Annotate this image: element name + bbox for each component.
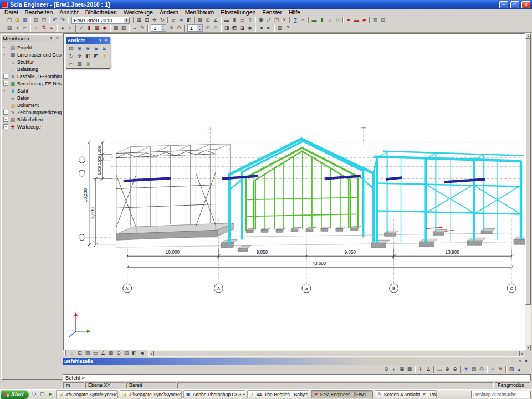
menubaum-panel-header[interactable]: Menübaum ▾ ✕ bbox=[2, 35, 62, 42]
horizontal-scrollbar-thumb[interactable] bbox=[154, 351, 520, 356]
select-mode-icon[interactable]: ▭ bbox=[436, 366, 443, 373]
zoom-extents-icon[interactable]: ⊡ bbox=[76, 350, 84, 357]
expand-plus-icon[interactable]: + bbox=[3, 74, 8, 79]
horizontal-scrollbar[interactable]: ◄ ► bbox=[148, 350, 525, 357]
print-preview-icon[interactable]: ◫ bbox=[40, 17, 48, 24]
quicklaunch-media-icon[interactable]: ► bbox=[47, 391, 54, 398]
vertical-scrollbar[interactable]: ▲ ▼ bbox=[525, 33, 531, 350]
menu-hilfe[interactable]: Hilfe bbox=[285, 9, 304, 16]
visibility-icon[interactable]: ◎ bbox=[478, 366, 485, 373]
save-icon[interactable]: ▦ bbox=[21, 17, 29, 24]
mirror-icon[interactable]: ◫ bbox=[273, 17, 280, 24]
view-y-icon[interactable]: ◩ bbox=[231, 24, 238, 32]
ansicht-rotate-icon[interactable]: ↻ bbox=[67, 52, 75, 60]
taskbar-task-syncre-2[interactable]: ◪ J:\Seagate Sync\SyncRe... bbox=[120, 390, 182, 398]
coord-rel-icon[interactable]: ∠ bbox=[424, 366, 432, 373]
activity-icon[interactable]: ◑ bbox=[13, 24, 21, 32]
load-combo-icon[interactable]: ⇅ bbox=[40, 24, 48, 32]
snap-end-icon[interactable]: ▣ bbox=[398, 366, 406, 373]
ansicht-zoom-all-icon[interactable]: ⊡ bbox=[100, 44, 109, 52]
sidebar-item-belastung[interactable]: ↓ Belastung bbox=[3, 65, 62, 73]
snap-grid-icon[interactable]: ▦ bbox=[406, 366, 413, 373]
snap-mode-cell[interactable]: Fangmodus bbox=[495, 382, 530, 388]
settings-icon[interactable]: ▧ bbox=[276, 24, 284, 32]
sidebar-item-struktur[interactable]: ⌂ Struktur bbox=[3, 58, 62, 65]
graphics-settings-icon[interactable]: ▧ bbox=[84, 350, 91, 357]
help-icon[interactable]: ? bbox=[284, 24, 291, 32]
ok-icon[interactable]: ✓ bbox=[489, 366, 497, 373]
maximize-button[interactable]: □ bbox=[510, 1, 519, 8]
sidebar-item-berechnung[interactable]: + ▩ Berechnung, FE-Netz bbox=[3, 80, 62, 87]
material-icon[interactable]: ▦ bbox=[93, 24, 101, 32]
menu-aendern[interactable]: Ändern bbox=[156, 9, 182, 16]
catalog-icon[interactable]: ▤ bbox=[379, 17, 387, 24]
ansicht-pan-icon[interactable]: ✛ bbox=[75, 52, 84, 60]
expand-icon[interactable]: ▴ bbox=[515, 366, 523, 373]
new-icon[interactable]: ▢ bbox=[6, 17, 13, 24]
menu-bearbeiten[interactable]: Bearbeiten bbox=[22, 9, 57, 16]
print-icon[interactable]: ▤ bbox=[32, 17, 40, 24]
taskbar-task-photoshop[interactable]: ▣ Adobe Photoshop CS3 E... bbox=[183, 390, 245, 398]
toolbar-grip[interactable] bbox=[2, 17, 3, 23]
opening-icon[interactable]: ▯ bbox=[246, 17, 254, 24]
prev-view-icon[interactable]: ◄ bbox=[257, 24, 265, 32]
desktop-search-input[interactable]: Desktop durchsuche bbox=[471, 391, 531, 398]
delete-icon[interactable]: ✕ bbox=[280, 17, 288, 24]
ansicht-camera-icon[interactable]: ◎ bbox=[84, 60, 92, 68]
profile-icon[interactable]: ▮ bbox=[85, 24, 93, 32]
ansicht-zoom-in-icon[interactable]: ⊕ bbox=[75, 44, 84, 52]
axonometric-icon[interactable]: ◆ bbox=[246, 24, 254, 32]
open-icon[interactable]: ◪ bbox=[13, 17, 21, 24]
cross-section-icon[interactable]: ◆ bbox=[101, 24, 109, 32]
ucs-icon[interactable]: ∠ bbox=[212, 17, 219, 24]
scroll-up-icon[interactable]: ▲ bbox=[525, 33, 531, 39]
close-icon[interactable]: ✕ bbox=[523, 359, 529, 364]
toolbar-grip[interactable] bbox=[2, 25, 3, 31]
sidebar-item-bibliotheken[interactable]: + ▤ Bibliotheken bbox=[3, 116, 62, 123]
library-icon[interactable]: ▥ bbox=[371, 17, 379, 24]
ansicht-zoom-window-icon[interactable]: ⊞ bbox=[92, 44, 100, 52]
view-x-icon[interactable]: ◨ bbox=[223, 24, 231, 32]
supports-icon[interactable]: ▲ bbox=[59, 24, 66, 32]
ansicht-settings-icon[interactable]: ▧ bbox=[75, 60, 84, 68]
grid-toggle-icon[interactable]: ▦ bbox=[107, 350, 115, 357]
taskbar-task-scia[interactable]: ▰ Scia Engineer - [Erw1... bbox=[311, 390, 373, 398]
model-canvas[interactable]: 10,000 9,850 9,850 13,900 43,600 10,200 … bbox=[63, 33, 525, 350]
dimension-icon[interactable]: ↔ bbox=[131, 24, 139, 32]
column-add-icon[interactable]: ▮ bbox=[318, 17, 326, 24]
sidebar-item-stahl[interactable]: ▮ Stahl bbox=[3, 87, 62, 94]
chevron-down-icon[interactable]: ▼ bbox=[124, 17, 130, 23]
render-toggle-icon[interactable]: ◧ bbox=[130, 350, 138, 357]
sidebar-item-linienraster[interactable]: ▦ Linienraster und Geschosse bbox=[3, 51, 62, 58]
next-view-icon[interactable]: ► bbox=[265, 24, 273, 32]
axes-toggle-icon[interactable]: ∠ bbox=[99, 350, 107, 357]
expand-plus-icon[interactable]: + bbox=[3, 117, 8, 122]
expand-plus-icon[interactable]: + bbox=[3, 124, 8, 129]
mesh-icon[interactable]: ▩ bbox=[112, 24, 120, 32]
edge-icon[interactable]: ▬ bbox=[352, 17, 360, 24]
project-dropdown[interactable]: Erw1.3neu-2010 ▼ bbox=[71, 17, 130, 24]
spinner-arrows-icon[interactable]: ▲▼ bbox=[197, 25, 202, 31]
menu-ansicht[interactable]: Ansicht bbox=[56, 9, 81, 16]
load-case-icon[interactable]: ↓ bbox=[32, 24, 40, 32]
truss-add-icon[interactable]: △ bbox=[334, 17, 341, 24]
pin-icon[interactable]: ▾ bbox=[48, 35, 54, 41]
zoom-out-icon[interactable]: ⊖ bbox=[212, 24, 219, 32]
column-icon[interactable]: ▮ bbox=[231, 17, 238, 24]
filter-icon[interactable]: ▼ bbox=[462, 366, 470, 373]
befehlszeile-header[interactable]: Befehlszeile ▾ ✕ bbox=[63, 358, 531, 365]
ansicht-print-icon[interactable]: ▤ bbox=[67, 44, 75, 52]
expand-plus-icon[interactable]: + bbox=[3, 81, 8, 86]
surface-icon[interactable]: ▰ bbox=[360, 17, 368, 24]
toolbar-grip[interactable] bbox=[64, 350, 66, 356]
snap-mid-icon[interactable]: ◐ bbox=[390, 366, 398, 373]
start-button[interactable]: Start bbox=[1, 390, 29, 399]
ansicht-clip-icon[interactable]: ✂ bbox=[67, 60, 75, 68]
ansicht-view-front-icon[interactable]: ◧ bbox=[84, 52, 92, 60]
scale-spinner-1[interactable]: 1 ▲▼ bbox=[151, 24, 166, 32]
undo-icon[interactable]: ↶ bbox=[51, 17, 59, 24]
rendered-icon[interactable]: ▰ bbox=[177, 17, 185, 24]
snap-icon[interactable]: ⊙ bbox=[204, 17, 212, 24]
vertical-scrollbar-thumb[interactable] bbox=[525, 39, 531, 305]
menu-menubaum[interactable]: Menübaum bbox=[182, 9, 218, 16]
